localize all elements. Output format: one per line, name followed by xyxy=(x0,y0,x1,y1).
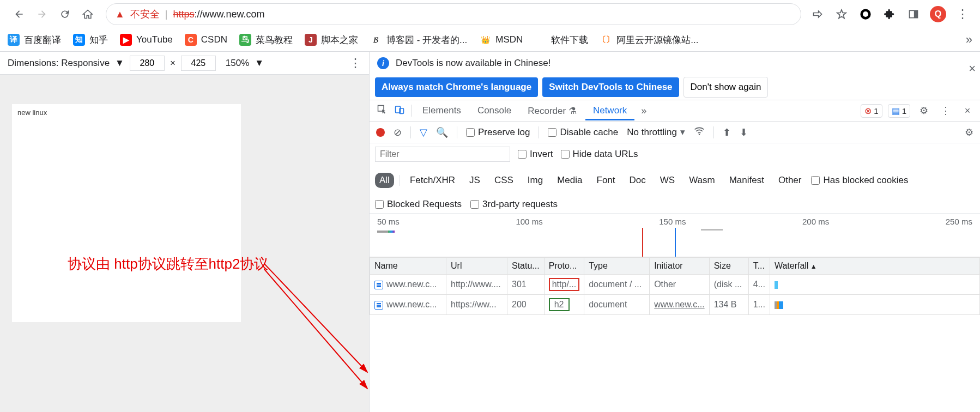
flask-icon: ⚗ xyxy=(568,106,577,116)
inspect-icon[interactable] xyxy=(374,105,390,117)
tabs-overflow-icon[interactable]: » xyxy=(636,105,652,117)
dimensions-label[interactable]: Dimensions: Responsive xyxy=(8,58,110,69)
address-bar[interactable]: ▲ 不安全 | https://www.new.com xyxy=(106,3,801,25)
filter-type-fetchxhr[interactable]: Fetch/XHR xyxy=(406,173,459,188)
device-toggle-icon[interactable] xyxy=(391,105,408,117)
blocked-requests-checkbox[interactable]: Blocked Requests xyxy=(375,199,462,210)
th-time[interactable]: T... xyxy=(748,258,770,275)
device-emulation-pane: Dimensions: Responsive ▼ × 150% ▼ ⋮ new … xyxy=(0,52,370,412)
panel-icon[interactable] xyxy=(906,7,921,22)
zoom-level[interactable]: 150% xyxy=(226,58,249,69)
network-timeline[interactable]: 50 ms100 ms150 ms200 ms250 ms xyxy=(370,214,980,257)
network-row[interactable]: www.new.c...http://www....301http/...doc… xyxy=(370,275,980,295)
message-badge[interactable]: ▤1 xyxy=(888,104,910,118)
filter-type-wasm[interactable]: Wasm xyxy=(685,173,719,188)
circle-icon[interactable] xyxy=(858,7,873,22)
upload-icon[interactable]: ⬆ xyxy=(723,126,731,138)
filter-type-manifest[interactable]: Manifest xyxy=(725,173,769,188)
bookmark-star-icon[interactable] xyxy=(834,7,849,22)
th-status[interactable]: Statu... xyxy=(507,258,545,275)
notice-text: DevTools is now available in Chinese! xyxy=(396,58,551,69)
bookmark-item[interactable]: ▶YouTube xyxy=(120,34,173,46)
emulated-page[interactable]: new linux xyxy=(12,104,241,322)
tab-console[interactable]: Console xyxy=(470,101,519,120)
bookmark-label: YouTube xyxy=(136,34,173,45)
blocked-cookies-checkbox[interactable]: Has blocked cookies xyxy=(811,175,908,186)
svg-line-3 xyxy=(264,263,367,372)
settings-icon[interactable]: ⚙ xyxy=(916,105,932,117)
bookmark-item[interactable]: CCSDN xyxy=(185,34,227,46)
profile-avatar[interactable]: Q xyxy=(930,6,946,22)
dont-show-button[interactable]: Don't show again xyxy=(683,77,769,98)
match-language-button[interactable]: Always match Chrome's language xyxy=(375,77,538,97)
reload-button[interactable] xyxy=(56,5,74,23)
tab-network[interactable]: Network xyxy=(585,101,634,120)
invert-checkbox[interactable]: Invert xyxy=(518,149,553,160)
network-table: Name Url Statu... Proto... Type Initiato… xyxy=(370,257,980,315)
share-icon[interactable] xyxy=(810,7,825,22)
bookmark-item[interactable]: 鸟菜鸟教程 xyxy=(239,34,293,46)
bookmark-item[interactable]: ■软件下载 xyxy=(535,34,588,46)
device-toolbar: Dimensions: Responsive ▼ × 150% ▼ ⋮ xyxy=(0,52,369,75)
device-stage: new linux 协议由 http协议跳转至http2协议 xyxy=(0,75,369,412)
bookmark-item[interactable]: 知知乎 xyxy=(73,34,108,46)
preserve-log-checkbox[interactable]: Preserve log xyxy=(466,127,530,138)
th-url[interactable]: Url xyxy=(446,258,507,275)
back-button[interactable] xyxy=(10,5,28,23)
close-notice-icon[interactable]: × xyxy=(969,62,976,76)
filter-input[interactable] xyxy=(375,147,510,162)
device-menu-icon[interactable]: ⋮ xyxy=(349,56,361,70)
bookmark-favicon: ■ xyxy=(535,34,547,46)
bookmark-item[interactable]: 〔〕阿里云开源镜像站... xyxy=(600,34,698,46)
zoom-dropdown-icon[interactable]: ▼ xyxy=(255,58,264,69)
filter-type-font[interactable]: Font xyxy=(592,173,620,188)
filter-type-all[interactable]: All xyxy=(375,173,394,188)
filter-toggle-icon[interactable]: ▽ xyxy=(420,126,427,138)
error-badge[interactable]: ⊗1 xyxy=(861,104,882,118)
filter-type-css[interactable]: CSS xyxy=(490,173,518,188)
wifi-icon[interactable] xyxy=(694,125,705,139)
filter-type-media[interactable]: Media xyxy=(553,173,586,188)
bookmarks-overflow-icon[interactable]: » xyxy=(966,33,972,47)
bookmark-favicon: 𝓑 xyxy=(370,34,382,46)
tab-elements[interactable]: Elements xyxy=(415,101,469,120)
filter-type-ws[interactable]: WS xyxy=(656,173,679,188)
bookmark-item[interactable]: 👑MSDN xyxy=(479,34,523,46)
throttling-select[interactable]: No throttling xyxy=(627,126,685,138)
th-initiator[interactable]: Initiator xyxy=(650,258,709,275)
hide-data-urls-checkbox[interactable]: Hide data URLs xyxy=(561,149,638,160)
th-size[interactable]: Size xyxy=(709,258,748,275)
svg-point-0 xyxy=(862,10,870,19)
th-protocol[interactable]: Proto... xyxy=(544,258,584,275)
download-icon[interactable]: ⬇ xyxy=(740,126,748,138)
clear-icon[interactable]: ⊘ xyxy=(394,126,402,138)
network-row[interactable]: www.new.c...https://ww...200h2documentww… xyxy=(370,295,980,315)
forward-button[interactable] xyxy=(33,5,51,23)
home-button[interactable] xyxy=(78,5,97,23)
record-button[interactable] xyxy=(376,128,385,137)
disable-cache-checkbox[interactable]: Disable cache xyxy=(548,127,618,138)
filter-type-js[interactable]: JS xyxy=(465,173,485,188)
filter-type-img[interactable]: Img xyxy=(523,173,547,188)
extensions-icon[interactable] xyxy=(882,7,897,22)
th-waterfall[interactable]: Waterfall xyxy=(770,258,979,275)
devtools-menu-icon[interactable]: ⋮ xyxy=(937,105,954,117)
height-input[interactable] xyxy=(181,56,216,71)
close-devtools-icon[interactable]: × xyxy=(959,105,976,117)
bookmark-label: 博客园 - 开发者的... xyxy=(386,34,467,46)
dimensions-dropdown-icon[interactable]: ▼ xyxy=(115,58,124,69)
width-input[interactable] xyxy=(130,56,165,71)
tab-recorder[interactable]: Recorder ⚗ xyxy=(520,101,584,121)
bookmark-item[interactable]: 𝓑博客园 - 开发者的... xyxy=(370,34,467,46)
filter-type-doc[interactable]: Doc xyxy=(625,173,650,188)
search-icon[interactable]: 🔍 xyxy=(436,126,448,138)
menu-icon[interactable]: ⋮ xyxy=(955,7,970,22)
network-settings-icon[interactable]: ⚙ xyxy=(965,126,973,138)
third-party-checkbox[interactable]: 3rd-party requests xyxy=(470,199,558,210)
th-type[interactable]: Type xyxy=(584,258,650,275)
bookmark-item[interactable]: 译百度翻译 xyxy=(8,34,61,46)
switch-chinese-button[interactable]: Switch DevTools to Chinese xyxy=(542,77,679,97)
filter-type-other[interactable]: Other xyxy=(774,173,806,188)
bookmark-item[interactable]: J脚本之家 xyxy=(305,34,358,46)
th-name[interactable]: Name xyxy=(370,258,446,275)
